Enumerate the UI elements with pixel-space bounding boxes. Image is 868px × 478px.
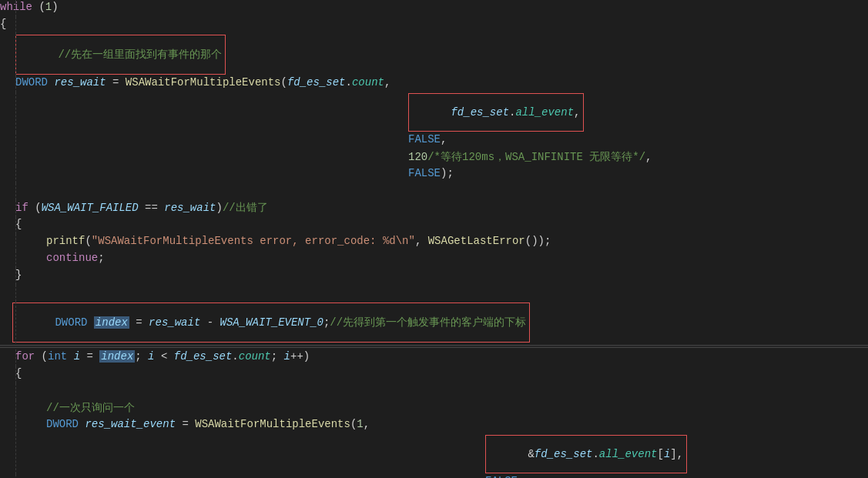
- blank-line3: [0, 383, 868, 400]
- code-line-all-event2: &fd_es_set.all_event[i],: [0, 434, 868, 474]
- code-editor: while (1) { //先在一组里面找到有事件的那个 DWORD res_w…: [0, 0, 868, 478]
- code-line-printf: printf("WSAWaitForMultipleEvents error, …: [0, 234, 868, 251]
- section-separator: [0, 345, 868, 348]
- code-line-false3: FALSE,: [0, 474, 868, 478]
- code-line-120: 120/*等待120ms，WSA_INFINITE 无限等待*/,: [0, 149, 868, 166]
- code-line-for: for (int i = index; i < fd_es_set.count;…: [0, 349, 868, 366]
- code-line-false2: FALSE);: [0, 166, 868, 183]
- code-line-brace-open: {: [0, 17, 868, 34]
- keyword-while: while: [0, 1, 32, 13]
- code-line-while: while (1): [0, 0, 868, 17]
- highlight-comment1: //先在一组里面找到有事件的那个: [15, 35, 226, 75]
- code-line-continue: continue;: [0, 251, 868, 268]
- blank-line2: [0, 285, 868, 302]
- highlight-all-event2: &fd_es_set.all_event[i],: [485, 435, 687, 473]
- code-line-dword-reswait2: DWORD res_wait_event = WSAWaitForMultipl…: [0, 417, 868, 434]
- code-line-if-failed: if (WSA_WAIT_FAILED == res_wait)//出错了: [0, 200, 868, 217]
- code-line-dword-reswait: DWORD res_wait = WSAWaitForMultipleEvent…: [0, 75, 868, 92]
- highlight-index-var2: index: [99, 350, 135, 363]
- code-line-all-event: fd_es_set.all_event,: [0, 92, 868, 132]
- code-line-comment2: //一次只询问一个: [0, 400, 868, 417]
- highlight-index-var: index: [94, 316, 129, 329]
- code-line-comment1: //先在一组里面找到有事件的那个: [0, 34, 868, 75]
- highlight-all-event: fd_es_set.all_event,: [408, 93, 584, 132]
- code-line-false1: FALSE,: [0, 132, 868, 149]
- blank-line1: [0, 183, 868, 200]
- code-line-brace2: {: [0, 217, 868, 234]
- highlight-dword-index: DWORD index = res_wait - WSA_WAIT_EVENT_…: [12, 303, 530, 343]
- code-line-brace4: {: [0, 366, 868, 383]
- code-line-dword-index: DWORD index = res_wait - WSA_WAIT_EVENT_…: [0, 302, 868, 343]
- code-line-brace3: }: [0, 268, 868, 285]
